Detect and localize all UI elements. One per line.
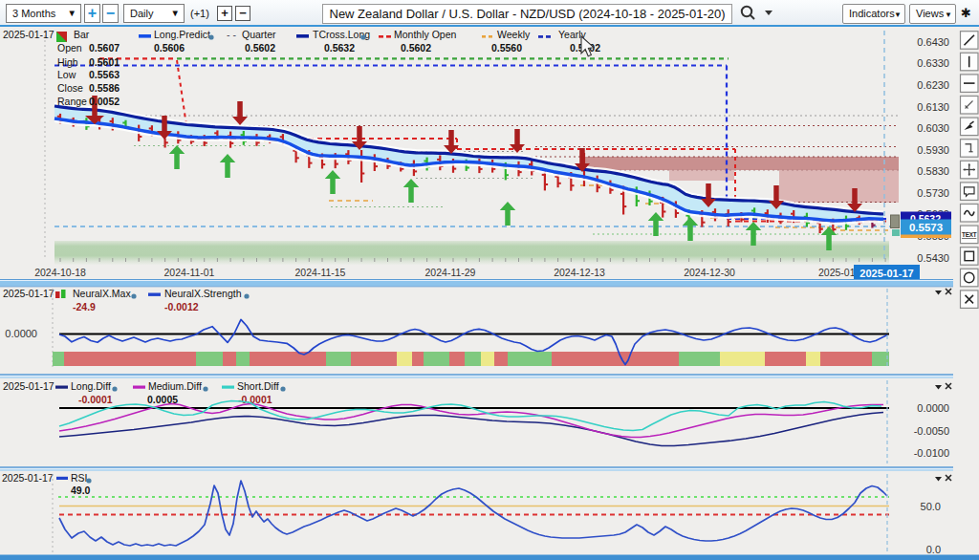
svg-text:0.5632: 0.5632 xyxy=(324,42,355,54)
svg-text:Quarter: Quarter xyxy=(242,29,276,40)
svg-text:0.6330: 0.6330 xyxy=(917,57,949,69)
svg-text:0.0000: 0.0000 xyxy=(917,402,949,414)
svg-text:0.5607: 0.5607 xyxy=(89,42,120,54)
svg-text:0.5560: 0.5560 xyxy=(491,42,522,54)
svg-text:2024-11-29: 2024-11-29 xyxy=(425,267,476,278)
svg-text:Long.Diff: Long.Diff xyxy=(71,380,111,392)
svg-text:-0.0012: -0.0012 xyxy=(164,301,199,312)
svg-text:Medium.Diff: Medium.Diff xyxy=(148,380,202,392)
svg-text:NeuralX.Max: NeuralX.Max xyxy=(73,288,131,299)
svg-text:0.5573: 0.5573 xyxy=(909,222,943,233)
svg-text:Close: Close xyxy=(57,82,83,94)
svg-text:50.0: 50.0 xyxy=(921,501,941,512)
svg-text:2025-01-: 2025-01- xyxy=(818,267,859,278)
svg-text:2024-12-30: 2024-12-30 xyxy=(684,267,735,278)
svg-text:Short.Diff: Short.Diff xyxy=(237,380,279,392)
svg-text:0.0000: 0.0000 xyxy=(5,328,37,339)
svg-text:0.5930: 0.5930 xyxy=(917,144,949,156)
svg-text:0.0005: 0.0005 xyxy=(147,394,178,405)
svg-text:-0.0001: -0.0001 xyxy=(238,394,272,405)
svg-text:0.5586: 0.5586 xyxy=(89,82,120,94)
svg-text:0.6030: 0.6030 xyxy=(917,122,949,134)
svg-text:0.0052: 0.0052 xyxy=(89,96,120,107)
svg-text:High: High xyxy=(57,56,78,68)
svg-text:0.5563: 0.5563 xyxy=(89,69,120,80)
svg-text:-0.0050: -0.0050 xyxy=(914,425,949,437)
svg-text:0.5601: 0.5601 xyxy=(89,56,120,68)
svg-text:0.5430: 0.5430 xyxy=(917,252,949,264)
svg-text:- -: - - xyxy=(227,29,236,40)
svg-text:49.0: 49.0 xyxy=(71,485,91,496)
svg-text:RSI: RSI xyxy=(71,472,88,484)
svg-text:Monthly Open: Monthly Open xyxy=(394,29,457,40)
svg-text:-24.9: -24.9 xyxy=(73,301,96,312)
svg-text:2025-01-17: 2025-01-17 xyxy=(3,380,54,392)
svg-text:Bar: Bar xyxy=(74,29,90,40)
svg-text:NeuralX.Strength: NeuralX.Strength xyxy=(164,288,242,299)
svg-text:0.0: 0.0 xyxy=(926,544,941,555)
svg-text:2025-01-17: 2025-01-17 xyxy=(859,268,913,279)
svg-text:0.5830: 0.5830 xyxy=(917,165,949,177)
svg-text:2024-12-13: 2024-12-13 xyxy=(554,267,605,278)
svg-text:0.6430: 0.6430 xyxy=(917,36,949,48)
svg-text:0.6130: 0.6130 xyxy=(917,101,949,113)
svg-text:0.5606: 0.5606 xyxy=(154,42,185,54)
svg-text:2024-10-18: 2024-10-18 xyxy=(34,267,86,278)
svg-text:-0.0100: -0.0100 xyxy=(914,447,949,459)
svg-text:Long.Predict: Long.Predict xyxy=(154,29,210,40)
svg-text:2024-11-01: 2024-11-01 xyxy=(164,267,215,278)
svg-text:0.5602: 0.5602 xyxy=(401,42,431,54)
svg-text:TEXT: TEXT xyxy=(962,231,977,238)
svg-text:Weekly: Weekly xyxy=(497,29,531,40)
svg-text:Range: Range xyxy=(57,96,87,107)
svg-text:-0.0001: -0.0001 xyxy=(78,394,113,405)
svg-text:2025-01-17: 2025-01-17 xyxy=(2,472,54,484)
svg-text:Open: Open xyxy=(57,42,82,54)
svg-text:Low: Low xyxy=(57,69,76,80)
svg-text:0.5602: 0.5602 xyxy=(245,42,275,54)
svg-text:0.5730: 0.5730 xyxy=(917,187,949,199)
svg-text:2025-01-17: 2025-01-17 xyxy=(3,29,54,40)
svg-text:2025-01-17: 2025-01-17 xyxy=(3,288,54,299)
svg-text:2024-11-15: 2024-11-15 xyxy=(295,267,346,278)
svg-text:0.6230: 0.6230 xyxy=(917,79,949,91)
